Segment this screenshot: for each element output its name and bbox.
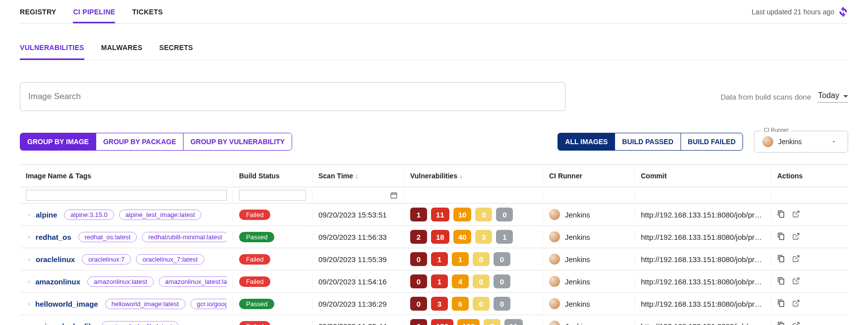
commit-link[interactable]: http://192.168.133.151:8080/job/prod-... [641, 277, 765, 286]
copy-icon[interactable] [777, 255, 785, 264]
image-name-link[interactable]: amazonlinux [35, 277, 80, 286]
open-external-icon[interactable] [792, 255, 800, 264]
vuln-count-pill: 2 [410, 230, 427, 244]
group-by-package-button[interactable]: GROUP BY PACKAGE [96, 133, 184, 151]
ci-runner-dropdown[interactable]: CI Runner Jenkins [754, 131, 848, 153]
group-by-image-button[interactable]: GROUP BY IMAGE [20, 133, 96, 151]
copy-icon[interactable] [777, 232, 785, 242]
image-tag[interactable]: amazonlinux_latest:lat [159, 276, 227, 287]
expand-row-icon[interactable]: › [26, 212, 33, 217]
col-ci-runner[interactable]: CI Runner [543, 170, 635, 182]
vuln-count-pill: 11 [504, 319, 523, 325]
image-tag[interactable]: redhat/ubi8-minimal:latest [142, 232, 227, 242]
image-tag[interactable]: nginx_dockerfile:latest [102, 321, 179, 325]
image-tag[interactable]: gcr.io/googl [190, 299, 227, 309]
group-by-vulnerability-button[interactable]: GROUP BY VULNERABILITY [183, 133, 292, 151]
ci-runner-text: Jenkins [565, 322, 590, 325]
image-tag[interactable]: helloworld_image:latest [105, 299, 186, 309]
filter-build-status-input[interactable] [239, 190, 306, 201]
subtab-vulnerabilities[interactable]: VULNERABILITIES [20, 39, 84, 60]
tab-registry[interactable]: REGISTRY [20, 4, 56, 23]
filter-build-passed-button[interactable]: BUILD PASSED [615, 133, 681, 151]
image-name-link[interactable]: alpine [36, 211, 57, 219]
open-external-icon[interactable] [792, 322, 800, 325]
image-name-link[interactable]: helloworld_image [35, 300, 98, 308]
data-from-label: Data from build scans done [721, 93, 811, 101]
vuln-count-pill: 3 [431, 297, 448, 311]
expand-row-icon[interactable]: › [26, 234, 33, 240]
build-status-badge: Failed [239, 321, 270, 325]
expand-row-icon[interactable]: › [26, 301, 32, 307]
jenkins-icon [549, 298, 560, 309]
ci-runner-dropdown-label: CI Runner [761, 127, 791, 133]
commit-link[interactable]: http://192.168.133.151:8080/job/prod-... [641, 255, 765, 264]
calendar-icon[interactable] [390, 191, 398, 199]
vuln-count-pill: 1 [410, 208, 427, 221]
vuln-count-pill: 0 [473, 252, 490, 266]
image-name-link[interactable]: redhat_os [36, 233, 71, 241]
filter-all-images-button[interactable]: ALL IMAGES [558, 133, 615, 151]
commit-link[interactable]: http://192.168.133.151:8080/job/prod-... [641, 233, 765, 241]
table-row: › redhat_os redhat_os:latestredhat/ubi8-… [20, 226, 848, 248]
subtab-malwares[interactable]: MALWARES [101, 39, 142, 60]
build-status-badge: Passed [239, 232, 274, 242]
image-tag[interactable]: alpine_test_image:latest [119, 210, 201, 220]
ci-runner-text: Jenkins [565, 255, 590, 264]
image-search-input[interactable] [20, 82, 565, 111]
ci-runner-selected-value: Jenkins [778, 138, 802, 146]
vuln-count-pill: 40 [453, 230, 472, 244]
open-external-icon[interactable] [792, 299, 800, 309]
commit-link[interactable]: http://192.168.133.151:8080/job/prod-... [641, 322, 765, 325]
vuln-count-pill: 0 [410, 274, 427, 288]
tab-ci-pipeline[interactable]: CI PIPELINE [73, 4, 115, 23]
table-row: › helloworld_image helloworld_image:late… [20, 293, 848, 315]
vuln-count-pill: 0 [496, 208, 513, 221]
vuln-count-pill: 0 [410, 297, 427, 311]
col-vulnerabilities[interactable]: Vulnerabilities [404, 170, 543, 182]
col-commit[interactable]: Commit [635, 170, 771, 182]
image-tag[interactable]: alpine:3.15.0 [64, 210, 114, 220]
copy-icon[interactable] [777, 277, 785, 286]
table-row: › amazonlinux amazonlinux:latestamazonli… [20, 271, 848, 293]
vuln-count-pill: 4 [452, 274, 469, 288]
expand-row-icon[interactable]: › [26, 278, 32, 284]
copy-icon[interactable] [777, 299, 785, 309]
expand-row-icon[interactable]: › [26, 323, 33, 325]
vuln-count-pill: 1 [496, 230, 513, 244]
results-table: Image Name & Tags Build Status Scan Time… [20, 164, 848, 325]
vuln-count-pill: 11 [431, 208, 449, 221]
commit-link[interactable]: http://192.168.133.151:8080/job/prod-... [641, 300, 765, 308]
last-updated-text: Last updated 21 hours ago [751, 8, 834, 16]
image-name-link[interactable]: oraclelinux [36, 255, 75, 264]
tab-tickets[interactable]: TICKETS [132, 4, 163, 23]
col-build-status[interactable]: Build Status [233, 170, 312, 182]
open-external-icon[interactable] [792, 210, 800, 219]
vuln-count-pill: 18 [431, 230, 449, 244]
commit-link[interactable]: http://192.168.133.151:8080/job/prod-... [641, 211, 765, 219]
col-image[interactable]: Image Name & Tags [20, 170, 233, 182]
build-status-badge: Passed [239, 299, 274, 309]
table-row: › nginx_dockerfile nginx_dockerfile:late… [20, 315, 848, 325]
open-external-icon[interactable] [792, 232, 800, 242]
filter-build-failed-button[interactable]: BUILD FAILED [681, 133, 743, 151]
image-tag[interactable]: oraclelinux:7 [82, 254, 131, 265]
jenkins-icon [549, 321, 560, 325]
image-tag[interactable]: redhat_os:latest [78, 232, 137, 242]
image-name-link[interactable]: nginx_dockerfile [36, 322, 95, 325]
sub-nav: VULNERABILITIES MALWARES SECRETS [20, 39, 848, 60]
image-tag[interactable]: oraclelinux_7:latest [136, 254, 204, 265]
copy-icon[interactable] [777, 322, 785, 325]
chevron-down-icon [831, 139, 837, 145]
col-actions: Actions [771, 170, 811, 182]
image-tag[interactable]: amazonlinux:latest [87, 276, 154, 287]
copy-icon[interactable] [777, 210, 785, 219]
col-scan-time[interactable]: Scan Time [312, 170, 404, 182]
subtab-secrets[interactable]: SECRETS [159, 39, 193, 60]
filter-image-input[interactable] [26, 190, 227, 201]
expand-row-icon[interactable]: › [26, 256, 33, 262]
build-status-badge: Failed [239, 276, 270, 287]
open-external-icon[interactable] [792, 277, 800, 286]
vuln-pills: 01100 [410, 252, 510, 266]
data-from-select[interactable]: Today [817, 91, 848, 103]
refresh-icon[interactable] [838, 7, 848, 17]
